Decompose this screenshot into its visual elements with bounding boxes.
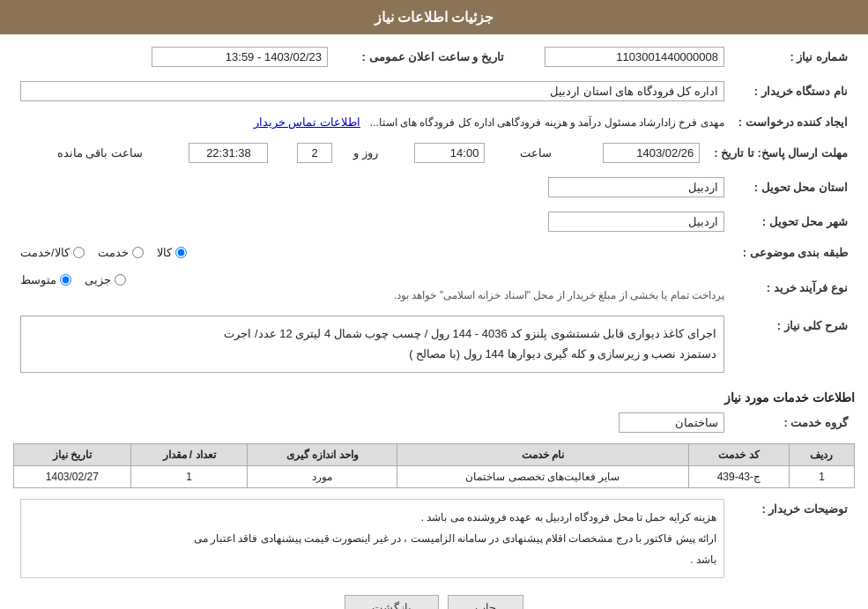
need-number-value: 1103001440000008 xyxy=(545,47,724,67)
service-group-label: گروه خدمت : xyxy=(731,409,855,436)
delivery-city-label: شهر محل تحویل : xyxy=(731,208,855,235)
creator-label: ایجاد کننده درخواست : xyxy=(731,112,855,132)
col-header-date: تاریخ نیاز xyxy=(14,443,131,465)
process-note: پرداخت تمام یا بخشی از مبلغ خریدار از مح… xyxy=(20,289,724,301)
response-date-value: 1403/02/26 xyxy=(603,143,700,163)
header-title: جزئیات اطلاعات نیاز xyxy=(375,10,494,25)
table-row: 1 ج-43-439 سایر فعالیت‌های تخصصی ساختمان… xyxy=(14,465,855,487)
process-option-motavaset-label: متوسط xyxy=(20,273,56,286)
col-header-service-code: کد خدمت xyxy=(688,443,789,465)
process-option-jozi[interactable]: جزیی xyxy=(85,273,126,286)
print-button[interactable]: چاپ xyxy=(448,595,523,609)
cell-service-code: ج-43-439 xyxy=(688,465,789,487)
need-number-label: شماره نیاز : xyxy=(731,43,855,71)
response-remaining-value: 22:31:38 xyxy=(189,143,268,163)
service-group-value: ساختمان xyxy=(619,412,724,433)
buyer-notes-content: هزینه کرایه حمل تا محل فرودگاه اردبیل به… xyxy=(20,499,724,578)
buyer-notes-line2: ارائه پیش فاکتور با درج مشخصات اقلام پیش… xyxy=(28,528,716,549)
category-option-kala[interactable]: کالا xyxy=(157,246,187,259)
response-day-value: 2 xyxy=(297,143,332,163)
process-option-jozi-label: جزیی xyxy=(85,273,111,286)
creator-contact-link[interactable]: اطلاعات تماس خریدار xyxy=(254,115,360,129)
category-option-kala-label: کالا xyxy=(157,246,172,259)
category-option-kala-khedmat[interactable]: کالا/خدمت xyxy=(20,246,85,259)
process-option-motavaset[interactable]: متوسط xyxy=(20,273,71,286)
buyer-org-label: نام دستگاه خریدار : xyxy=(731,78,855,105)
description-content: اجرای کاغذ دیواری قابل شستشوی پلنزو کد 4… xyxy=(20,316,724,373)
category-option-khedmat[interactable]: خدمت xyxy=(98,246,144,259)
buyer-org-value: اداره کل فرودگاه های استان اردبیل xyxy=(20,81,724,101)
cell-row-num: 1 xyxy=(789,465,854,487)
response-time-value: 14:00 xyxy=(414,143,485,163)
back-button[interactable]: بازگشت xyxy=(345,595,439,609)
delivery-city-value: اردبیل xyxy=(548,212,724,232)
datetime-value: 1403/02/23 - 13:59 xyxy=(152,47,328,67)
cell-date: 1403/02/27 xyxy=(14,465,131,487)
buyer-notes-line3: باشد . xyxy=(28,549,716,570)
description-line2: دستمزد نصب و زیرسازی و کله گیری دیوارها … xyxy=(28,344,716,364)
cell-unit: مورد xyxy=(248,465,397,487)
datetime-label: تاریخ و ساعت اعلان عمومی : xyxy=(335,43,511,71)
cell-service-name: سایر فعالیت‌های تخصصی ساختمان xyxy=(397,465,689,487)
response-remaining-label: ساعت باقی مانده xyxy=(57,146,143,160)
delivery-province-value: اردبیل xyxy=(548,177,724,197)
creator-name: مهدی فرخ زادارشاد مسئول درآمد و هزینه فر… xyxy=(370,116,724,129)
process-label: نوع فرآیند خرید : xyxy=(731,270,855,305)
cell-quantity: 1 xyxy=(130,465,248,487)
buyer-notes-label: توضیحات خریدار : xyxy=(731,495,855,582)
col-header-service-name: نام خدمت xyxy=(397,443,689,465)
bottom-buttons-area: چاپ بازگشت xyxy=(13,595,855,609)
delivery-province-label: استان محل تحویل : xyxy=(731,174,855,201)
description-label: شرح کلی نیاز : xyxy=(731,312,855,383)
services-section-label: اطلاعات خدمات مورد نیاز xyxy=(13,390,855,405)
category-option-kala-khedmat-label: کالا/خدمت xyxy=(20,246,70,259)
category-label: طبقه بندی موضوعی : xyxy=(731,242,855,263)
page-header: جزئیات اطلاعات نیاز xyxy=(0,0,868,34)
col-header-quantity: تعداد / مقدار xyxy=(130,443,248,465)
response-deadline-label: مهلت ارسال پاسخ: تا تاریخ : xyxy=(707,139,855,167)
response-day-label: روز و xyxy=(353,146,378,160)
category-option-khedmat-label: خدمت xyxy=(98,246,129,259)
col-header-row-num: ردیف xyxy=(789,443,854,465)
description-line1: اجرای کاغذ دیواری قابل شستشوی پلنزو کد 4… xyxy=(28,323,716,344)
services-table: ردیف کد خدمت نام خدمت واحد اندازه گیری ت… xyxy=(13,443,855,488)
buyer-notes-line1: هزینه کرایه حمل تا محل فرودگاه اردبیل به… xyxy=(28,507,716,528)
col-header-unit: واحد اندازه گیری xyxy=(248,443,397,465)
response-time-label: ساعت xyxy=(520,146,552,160)
